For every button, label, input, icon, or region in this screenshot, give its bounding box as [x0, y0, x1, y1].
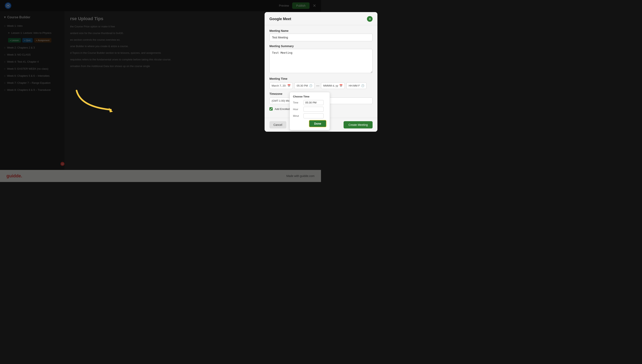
- time-picker-hour-row: Hour: [293, 107, 321, 112]
- meeting-summary-label: Meeting Summary: [269, 44, 321, 48]
- hour-label: Hour: [293, 108, 301, 111]
- cancel-button[interactable]: Cancel: [269, 121, 286, 128]
- start-time-input[interactable]: 05:30 PM 🕐: [294, 82, 314, 89]
- time-picker-time-row: Time 05:30 PM: [293, 100, 321, 105]
- svg-marker-2: [109, 108, 113, 112]
- time-picker-value: 05:30 PM: [303, 100, 321, 105]
- meeting-summary-textarea[interactable]: Test Meeting: [269, 49, 321, 73]
- calendar-icon: 📅: [287, 84, 290, 87]
- time-range-dash: —: [316, 84, 319, 88]
- modal-overlay: Google Meet ✕ Meeting Name Meeting Summa…: [0, 0, 321, 182]
- start-date-value: March 7, 20:: [272, 84, 286, 87]
- hour-input[interactable]: [303, 107, 321, 112]
- clock-icon: 🕐: [309, 84, 312, 87]
- done-button[interactable]: Done: [309, 120, 321, 127]
- time-row: March 7, 20: 📅 05:30 PM 🕐 — MMMM d, yy 📅…: [269, 82, 321, 89]
- time-label: Time: [293, 101, 301, 104]
- start-time-value: 05:30 PM: [297, 84, 308, 87]
- time-picker-popup: Choose Time Time 05:30 PM Hour Minut Don…: [289, 92, 321, 130]
- minute-label: Minut: [293, 114, 301, 117]
- meeting-time-label: Meeting Time: [269, 77, 321, 80]
- start-date-input[interactable]: March 7, 20: 📅: [269, 82, 293, 89]
- time-picker-title: Choose Time: [293, 95, 321, 98]
- meeting-name-input[interactable]: [269, 34, 321, 41]
- minute-input[interactable]: [303, 113, 321, 118]
- google-meet-dialog: Google Meet ✕ Meeting Name Meeting Summa…: [264, 12, 321, 132]
- dialog-body: Meeting Name Meeting Summary Test Meetin…: [264, 25, 321, 118]
- meeting-name-label: Meeting Name: [269, 29, 321, 32]
- add-enrolled-checkbox[interactable]: [269, 107, 273, 110]
- arrow-annotation: [65, 78, 133, 119]
- dialog-title: Google Meet: [269, 17, 291, 21]
- time-picker-minute-row: Minut: [293, 113, 321, 118]
- dialog-header: Google Meet ✕: [264, 12, 321, 25]
